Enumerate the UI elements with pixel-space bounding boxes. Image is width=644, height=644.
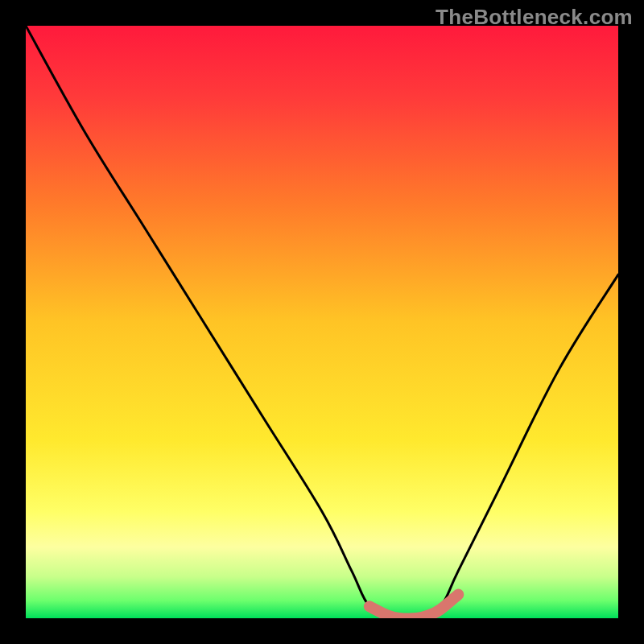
chart-frame: TheBottleneck.com <box>0 0 644 644</box>
plot-area <box>26 26 618 618</box>
bottleneck-chart <box>26 26 618 618</box>
gradient-background <box>26 26 618 618</box>
